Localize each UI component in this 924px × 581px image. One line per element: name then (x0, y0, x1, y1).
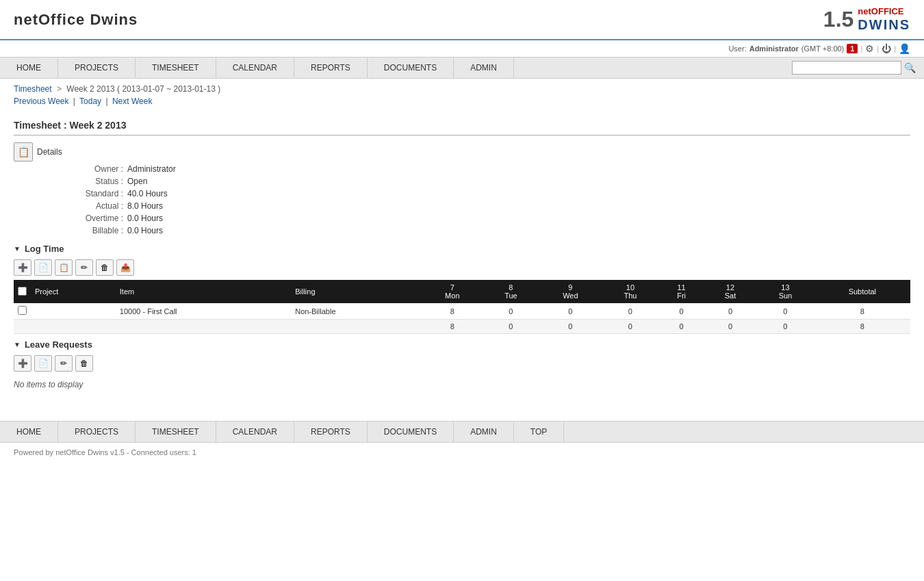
top-header: netOffice Dwins 1.5 netOFFICE DWINS (0, 0, 924, 40)
billable-key: Billable : (41, 226, 123, 235)
user-label: User: (728, 44, 746, 53)
footer-nav-top[interactable]: TOP (514, 422, 564, 442)
status-value: Open (127, 177, 147, 186)
footer-text: Powered by netOffice Dwins v1.5 - Connec… (0, 443, 924, 462)
breadcrumb-parent[interactable]: Timesheet (14, 84, 52, 94)
owner-key: Owner : (41, 164, 123, 174)
row-subtotal: 8 (814, 303, 910, 320)
col-d7: 7Mon (422, 280, 483, 303)
log-time-toolbar: ➕ 📄 📋 ✏ 🗑 📤 (14, 259, 910, 276)
user-icon[interactable]: 👤 (899, 43, 910, 54)
search-button[interactable]: 🔍 (901, 61, 919, 75)
leave-title: Leave Requests (25, 339, 92, 350)
breadcrumb-current: Week 2 2013 ( 2013-01-07 ~ 2013-01-13 ) (66, 84, 220, 94)
leave-toggle[interactable]: ▼ (14, 341, 21, 348)
nav-home[interactable]: HOME (0, 57, 58, 78)
col-d9: 9Wed (539, 280, 602, 303)
overtime-key: Overtime : (41, 214, 123, 223)
nav-documents[interactable]: DOCUMENTS (368, 57, 454, 78)
today-link[interactable]: Today (79, 96, 101, 106)
log-time-header: ▼ Log Time (14, 238, 910, 257)
prev-week-link[interactable]: Previous Week (14, 96, 68, 106)
footer-nav-timesheet[interactable]: TIMESHEET (136, 422, 216, 442)
log-time-table: Project Item Billing 7Mon 8Tue 9Wed 10Th… (14, 280, 910, 334)
export-log-btn[interactable]: 📤 (116, 259, 134, 276)
nav-timesheet[interactable]: TIMESHEET (136, 57, 216, 78)
details-icon-btn[interactable]: 📋 (14, 142, 33, 162)
footer-nav-admin[interactable]: ADMIN (454, 422, 514, 442)
col-d11: 11Fri (658, 280, 704, 303)
total-d12: 0 (704, 320, 756, 334)
search-area: 🔍 (786, 58, 924, 77)
logo-area: 1.5 netOFFICE DWINS (823, 7, 910, 32)
search-input[interactable] (792, 61, 901, 75)
main-content: Timesheet : Week 2 2013 📋 Details Owner … (0, 113, 924, 407)
nav-bar: HOME PROJECTS TIMESHEET CALENDAR REPORTS… (0, 57, 924, 79)
row-d8: 0 (483, 303, 539, 320)
billable-value: 0.0 Hours (127, 226, 163, 235)
select-all-checkbox[interactable] (18, 287, 27, 296)
row-checkbox[interactable] (18, 306, 27, 315)
timezone: (GMT +8:00) (801, 44, 844, 53)
log-time-title: Log Time (25, 244, 64, 254)
leave-toolbar: ➕ 📄 ✏ 🗑 (14, 355, 910, 372)
status-row: Status : Open (14, 177, 910, 186)
delete-log-btn[interactable]: 🗑 (96, 259, 114, 276)
week-navigation: Previous Week | Today | Next Week (0, 95, 924, 113)
footer-nav-projects[interactable]: PROJECTS (58, 422, 136, 442)
standard-value: 40.0 Hours (127, 189, 168, 198)
nav-reports[interactable]: REPORTS (294, 57, 368, 78)
row-d10: 0 (602, 303, 658, 320)
actual-row: Actual : 8.0 Hours (14, 201, 910, 211)
footer-nav-calendar[interactable]: CALENDAR (216, 422, 294, 442)
owner-value: Administrator (127, 164, 176, 174)
nav-projects[interactable]: PROJECTS (58, 57, 136, 78)
edit-log-btn[interactable]: ✏ (75, 259, 93, 276)
col-item: Item (116, 280, 291, 303)
add-log-btn[interactable]: ➕ (14, 259, 31, 276)
col-d12: 12Sat (704, 280, 756, 303)
status-key: Status : (41, 177, 123, 186)
total-d8: 0 (483, 320, 539, 334)
col-project: Project (31, 280, 116, 303)
table-header-row: Project Item Billing 7Mon 8Tue 9Wed 10Th… (14, 280, 910, 303)
user-bar: User: Administrator (GMT +8:00) 1 | ⚙ | … (0, 40, 924, 57)
details-label: Details (37, 147, 62, 157)
nav-admin[interactable]: ADMIN (454, 57, 514, 78)
details-row: 📋 Details (14, 142, 910, 162)
total-d9: 0 (539, 320, 602, 334)
total-subtotal: 8 (814, 320, 910, 334)
overtime-value: 0.0 Hours (127, 214, 163, 223)
total-d13: 0 (756, 320, 814, 334)
add-leave-btn[interactable]: ➕ (14, 355, 31, 372)
brand-block: netOFFICE DWINS (858, 7, 910, 31)
footer-nav-home[interactable]: HOME (0, 422, 58, 442)
log-time-toggle[interactable]: ▼ (14, 245, 21, 253)
delete-leave-btn[interactable]: 🗑 (75, 355, 93, 372)
edit-leave-btn[interactable]: ✏ (55, 355, 73, 372)
footer-nav-documents[interactable]: DOCUMENTS (368, 422, 454, 442)
next-week-link[interactable]: Next Week (112, 96, 152, 106)
row-d13: 0 (756, 303, 814, 320)
overtime-row: Overtime : 0.0 Hours (14, 214, 910, 223)
total-d11: 0 (658, 320, 704, 334)
standard-key: Standard : (41, 189, 123, 198)
settings-icon[interactable]: ⚙ (865, 43, 874, 54)
notification-badge[interactable]: 1 (847, 44, 858, 53)
username: Administrator (749, 44, 799, 53)
footer-nav: HOME PROJECTS TIMESHEET CALENDAR REPORTS… (0, 421, 924, 443)
leave-requests-header: ▼ Leave Requests (14, 334, 910, 352)
breadcrumb: Timesheet > Week 2 2013 ( 2013-01-07 ~ 2… (0, 79, 924, 95)
brand-net: netOFFICE (858, 7, 910, 16)
footer-nav-reports[interactable]: REPORTS (294, 422, 368, 442)
copy-log-btn[interactable]: 📄 (34, 259, 52, 276)
row-d9: 0 (539, 303, 602, 320)
copy-leave-btn[interactable]: 📄 (34, 355, 52, 372)
power-icon[interactable]: ⏻ (882, 43, 891, 54)
col-d8: 8Tue (483, 280, 539, 303)
row-project (31, 303, 116, 320)
version-number: 1.5 (823, 7, 854, 32)
nav-calendar[interactable]: CALENDAR (216, 57, 294, 78)
row-item: 10000 - First Call (116, 303, 291, 320)
paste-log-btn[interactable]: 📋 (55, 259, 73, 276)
